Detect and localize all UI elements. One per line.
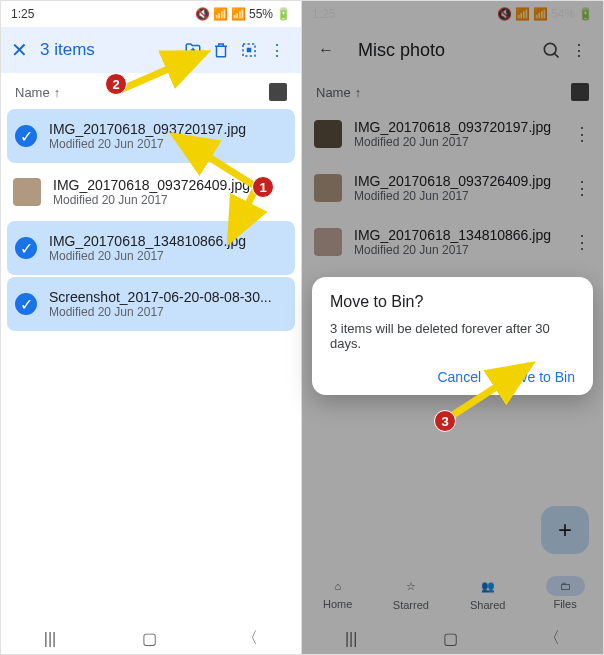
more-icon[interactable]: ⋮ xyxy=(565,36,593,64)
recents-button[interactable]: ||| xyxy=(345,630,357,648)
battery-icon: 🔋 xyxy=(276,7,291,21)
dialog-title: Move to Bin? xyxy=(330,293,575,311)
sort-label: Name xyxy=(15,85,50,100)
clock: 1:25 xyxy=(312,7,335,21)
home-button[interactable]: ▢ xyxy=(142,629,157,648)
file-name: IMG_20170618_093720197.jpg xyxy=(354,119,561,135)
clock: 1:25 xyxy=(11,7,34,21)
list-item[interactable]: IMG_20170618_093726409.jpgModified 20 Ju… xyxy=(302,161,603,215)
star-icon: ☆ xyxy=(392,576,430,597)
home-button[interactable]: ▢ xyxy=(443,629,458,648)
sort-label: Name xyxy=(316,85,351,100)
item-more-icon[interactable]: ⋮ xyxy=(573,123,591,145)
checkmark-icon[interactable]: ✓ xyxy=(15,237,37,259)
list-item[interactable]: IMG_20170618_093720197.jpgModified 20 Ju… xyxy=(302,107,603,161)
cancel-button[interactable]: Cancel xyxy=(437,369,481,385)
more-icon[interactable]: ⋮ xyxy=(263,36,291,64)
file-name: IMG_20170618_093726409.jpg xyxy=(354,173,561,189)
move-to-folder-icon[interactable] xyxy=(179,36,207,64)
left-pane: 1:25 🔇 📶 📶 55% 🔋 ✕ 3 items ⋮ xyxy=(1,1,302,654)
item-more-icon[interactable]: ⋮ xyxy=(573,231,591,253)
file-name: IMG_20170618_134810866.jpg xyxy=(49,233,287,249)
sort-bar[interactable]: Name ↑ xyxy=(302,73,603,107)
wifi-icon: 📶 xyxy=(213,7,228,21)
annotation-badge-3: 3 xyxy=(434,410,456,432)
list-item[interactable]: ✓ Screenshot_2017-06-20-08-08-30...Modif… xyxy=(7,277,295,331)
confirm-button[interactable]: Move to Bin xyxy=(501,369,575,385)
thumbnail xyxy=(314,228,342,256)
people-icon: 👥 xyxy=(467,576,509,597)
fab-add[interactable]: + xyxy=(541,506,589,554)
home-icon: ⌂ xyxy=(320,576,355,596)
thumbnail xyxy=(314,120,342,148)
checkmark-icon[interactable]: ✓ xyxy=(15,293,37,315)
select-all-icon[interactable] xyxy=(235,36,263,64)
bottom-nav: ⌂Home ☆Starred 👥Shared 🗀Files xyxy=(302,564,603,622)
android-navbar: ||| ▢ 〈 xyxy=(302,622,603,654)
list-item[interactable]: IMG_20170618_134810866.jpgModified 20 Ju… xyxy=(302,215,603,269)
back-button[interactable]: 〈 xyxy=(242,628,258,649)
tab-files[interactable]: 🗀Files xyxy=(546,576,585,610)
selection-toolbar: ✕ 3 items ⋮ xyxy=(1,27,301,73)
mute-icon: 🔇 xyxy=(195,7,210,21)
sort-bar[interactable]: Name ↑ xyxy=(1,73,301,107)
thumbnail xyxy=(314,174,342,202)
annotation-badge-2: 2 xyxy=(105,73,127,95)
sort-direction-icon: ↑ xyxy=(355,85,362,100)
battery-text: 55% xyxy=(249,7,273,21)
recents-button[interactable]: ||| xyxy=(44,630,56,648)
close-icon[interactable]: ✕ xyxy=(11,38,28,62)
status-bar: 1:25 🔇 📶 📶 54% 🔋 xyxy=(302,1,603,27)
trash-icon[interactable] xyxy=(207,36,235,64)
thumbnail xyxy=(13,178,41,206)
status-bar: 1:25 🔇 📶 📶 55% 🔋 xyxy=(1,1,301,27)
file-name: IMG_20170618_134810866.jpg xyxy=(354,227,561,243)
folder-icon: 🗀 xyxy=(546,576,585,596)
view-toggle-icon[interactable] xyxy=(269,83,287,101)
file-modified: Modified 20 Jun 2017 xyxy=(49,249,287,263)
file-modified: Modified 20 Jun 2017 xyxy=(49,137,287,151)
selection-count: 3 items xyxy=(40,40,179,60)
annotation-badge-1: 1 xyxy=(252,176,274,198)
list-item[interactable]: ✓ IMG_20170618_134810866.jpgModified 20 … xyxy=(7,221,295,275)
view-toggle-icon[interactable] xyxy=(571,83,589,101)
file-name: Screenshot_2017-06-20-08-08-30... xyxy=(49,289,287,305)
back-button[interactable]: 〈 xyxy=(544,628,560,649)
battery-icon: 🔋 xyxy=(578,7,593,21)
tab-home[interactable]: ⌂Home xyxy=(320,576,355,610)
mute-icon: 🔇 xyxy=(497,7,512,21)
status-icons: 🔇 📶 📶 54% 🔋 xyxy=(497,7,593,21)
signal-icon: 📶 xyxy=(533,7,548,21)
svg-point-2 xyxy=(544,43,556,55)
back-icon[interactable]: ← xyxy=(312,36,340,64)
sort-direction-icon: ↑ xyxy=(54,85,61,100)
dialog-body: 3 items will be deleted forever after 30… xyxy=(330,321,575,351)
folder-toolbar: ← Misc photo ⋮ xyxy=(302,27,603,73)
svg-rect-1 xyxy=(247,48,252,53)
battery-text: 54% xyxy=(551,7,575,21)
checkmark-icon[interactable]: ✓ xyxy=(15,125,37,147)
file-modified: Modified 20 Jun 2017 xyxy=(49,305,287,319)
list-item[interactable]: ✓ IMG_20170618_093720197.jpgModified 20 … xyxy=(7,109,295,163)
file-modified: Modified 20 Jun 2017 xyxy=(354,243,561,257)
tab-starred[interactable]: ☆Starred xyxy=(392,576,430,611)
tab-shared[interactable]: 👥Shared xyxy=(467,576,509,611)
right-pane: 1:25 🔇 📶 📶 54% 🔋 ← Misc photo ⋮ Name ↑ xyxy=(302,1,603,654)
signal-icon: 📶 xyxy=(231,7,246,21)
folder-title: Misc photo xyxy=(358,40,537,61)
file-name: IMG_20170618_093720197.jpg xyxy=(49,121,287,137)
item-more-icon[interactable]: ⋮ xyxy=(573,177,591,199)
status-icons: 🔇 📶 📶 55% 🔋 xyxy=(195,7,291,21)
file-modified: Modified 20 Jun 2017 xyxy=(53,193,289,207)
file-modified: Modified 20 Jun 2017 xyxy=(354,135,561,149)
android-navbar: ||| ▢ 〈 xyxy=(1,622,301,654)
confirm-dialog: Move to Bin? 3 items will be deleted for… xyxy=(312,277,593,395)
file-modified: Modified 20 Jun 2017 xyxy=(354,189,561,203)
wifi-icon: 📶 xyxy=(515,7,530,21)
search-icon[interactable] xyxy=(537,36,565,64)
